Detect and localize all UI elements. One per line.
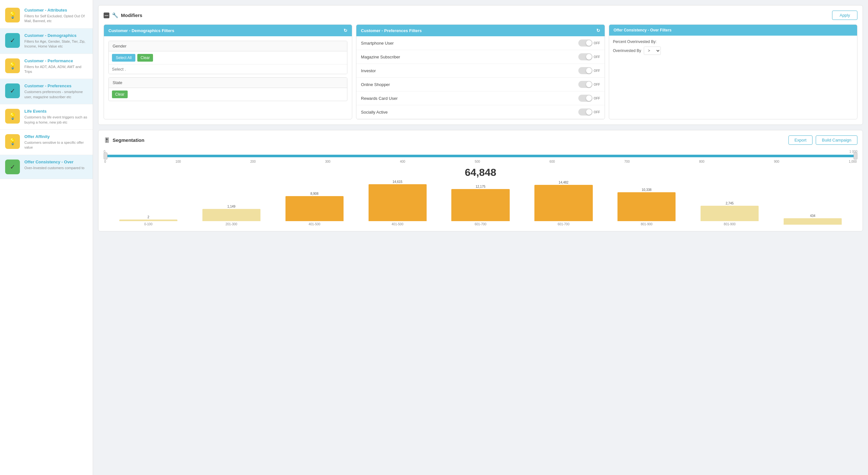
- bar-label-6: 801-900: [641, 222, 652, 226]
- sidebar-item-offer-affinity[interactable]: 💡 Offer Affinity Customers sensitive to …: [0, 130, 93, 155]
- bar-value-2: 8,908: [310, 192, 318, 196]
- bars-area: 2 0-100 1,149 201-300 8,908 401-500: [103, 181, 858, 226]
- bar-label-0: 0-100: [144, 222, 153, 226]
- toggle-track-socially-active[interactable]: [578, 109, 592, 116]
- sidebar-label-preferences: Customer - Preferences: [24, 84, 88, 88]
- preferences-refresh-icon[interactable]: ↻: [596, 28, 600, 33]
- sidebar-item-customer-demographics[interactable]: ✓ Customer - Demographics Filters for Ag…: [0, 29, 93, 54]
- bar-group-3: 14,615 401-500: [356, 180, 439, 226]
- overinvested-by-label: Overinvested By: [613, 49, 641, 53]
- sidebar-icon-offer-consistency: ✓: [5, 159, 20, 174]
- range-minmax-labels: 0 1 000: [103, 150, 858, 153]
- modifiers-header: — 🔧 Modifiers Apply: [103, 10, 858, 20]
- seg-title-text: Segmentation: [113, 137, 144, 143]
- sidebar-item-life-events[interactable]: 💡 Life Events Customers by life event tr…: [0, 104, 93, 130]
- toggle-track-magazine[interactable]: [578, 53, 592, 60]
- bar-rect-7: [701, 206, 758, 221]
- export-button[interactable]: Export: [788, 136, 813, 145]
- app-container: 💡 Customer - Attributes Filters for Self…: [0, 0, 868, 475]
- bar-label-1: 201-300: [225, 222, 237, 226]
- sidebar-desc-demographics: Filters for Age, Gender, State, Tier, Zi…: [24, 39, 88, 49]
- bar-value-0: 2: [148, 215, 150, 219]
- sidebar-text-performance: Customer - Performance Filters for ADT, …: [24, 58, 88, 75]
- seg-title: 🎚️ Segmentation: [103, 137, 144, 143]
- gender-select-input[interactable]: [109, 64, 347, 74]
- preferences-filter-panel: Customer - Preferences Filters ↻ Smartph…: [356, 24, 604, 119]
- toggle-thumb-investor: [586, 68, 592, 73]
- build-campaign-button[interactable]: Build Campaign: [816, 136, 858, 145]
- sidebar-desc-life-events: Customers by life event triggers such as…: [24, 115, 88, 125]
- toggle-switch-rewards[interactable]: OFF: [578, 95, 600, 102]
- toggle-track-investor[interactable]: [578, 67, 592, 74]
- sidebar-desc-offer-affinity: Customers sensitive to a specific offer …: [24, 140, 88, 150]
- bar-label-3: 401-500: [392, 222, 404, 226]
- toggle-track-online-shopper[interactable]: [578, 81, 592, 88]
- gender-filter-group: Gender Select All Clear: [108, 41, 347, 74]
- sidebar-item-customer-preferences[interactable]: ✓ Customer - Preferences Customers prefe…: [0, 79, 93, 104]
- bar-group-7: 2,745 801-900: [688, 202, 771, 226]
- sidebar-desc-offer-consistency: Over-Invested customers compared to: [24, 166, 84, 171]
- modifiers-title-text: Modifiers: [121, 12, 143, 18]
- sidebar-icon-offer-affinity: 💡: [5, 134, 20, 149]
- toggle-label-socially-active: Socially Active: [361, 110, 388, 115]
- bar-value-8: 434: [810, 214, 815, 217]
- gender-actions: Select All Clear: [109, 51, 347, 64]
- range-handle-right[interactable]: [854, 152, 858, 159]
- preferences-filter-title: Customer - Preferences Filters: [361, 28, 422, 33]
- sidebar-desc-attributes: Filters for Self Excluded, Opted Out Of …: [24, 14, 88, 24]
- offer-consistency-panel: Offer Consistency - Over Filters Percent…: [609, 24, 858, 119]
- offer-panel-body: Percent Overinvested By: Overinvested By…: [609, 36, 857, 61]
- sliders-icon: 🎚️: [103, 137, 110, 143]
- sidebar-icon-performance: 💡: [5, 58, 20, 73]
- toggle-row-investor: Investor OFF: [356, 64, 604, 78]
- state-clear-button[interactable]: Clear: [112, 90, 128, 98]
- state-actions: Clear: [109, 88, 347, 101]
- apply-button[interactable]: Apply: [832, 10, 858, 20]
- sidebar-text-offer-consistency: Offer Consistency - Over Over-Invested c…: [24, 159, 84, 171]
- toggle-switch-smartphone[interactable]: OFF: [578, 39, 600, 47]
- toggle-switch-magazine[interactable]: OFF: [578, 53, 600, 60]
- demographics-refresh-icon[interactable]: ↻: [344, 28, 347, 33]
- bar-rect-8: [784, 218, 842, 225]
- toggle-label-smartphone: Smartphone User: [361, 41, 394, 46]
- toggle-label-magazine: Magazine Subscriber: [361, 55, 400, 59]
- state-label: State: [109, 78, 347, 88]
- demographics-filter-panel: Customer - Demographics Filters ↻ Gender…: [103, 24, 352, 119]
- bar-group-1: 1,149 201-300: [190, 205, 273, 226]
- sidebar-icon-demographics: ✓: [5, 33, 20, 48]
- overinvested-by-row: Overinvested By > < = >= <=: [613, 47, 853, 55]
- bar-rect-4: [451, 189, 509, 221]
- demographics-filter-body: Gender Select All Clear State Clear: [104, 36, 352, 109]
- percent-overinvested-row: Percent Overinvested By:: [613, 39, 853, 44]
- gender-select-all-button[interactable]: Select All: [112, 54, 135, 62]
- sidebar-item-customer-performance[interactable]: 💡 Customer - Performance Filters for ADT…: [0, 54, 93, 79]
- bar-group-8: 434: [771, 214, 854, 226]
- toggle-text-rewards: OFF: [594, 97, 600, 100]
- toggle-track-rewards[interactable]: [578, 95, 592, 102]
- range-track[interactable]: [103, 155, 858, 157]
- toggle-thumb-magazine: [586, 54, 592, 60]
- toggle-track-smartphone[interactable]: [578, 39, 592, 47]
- main-content: — 🔧 Modifiers Apply Customer - Demograph…: [93, 0, 868, 475]
- toggle-switch-socially-active[interactable]: OFF: [578, 109, 600, 116]
- toggle-label-investor: Investor: [361, 68, 376, 73]
- toggle-switch-online-shopper[interactable]: OFF: [578, 81, 600, 88]
- bar-rect-0: [119, 219, 177, 221]
- sidebar-item-offer-consistency[interactable]: ✓ Offer Consistency - Over Over-Invested…: [0, 155, 93, 179]
- toggle-text-socially-active: OFF: [594, 110, 600, 114]
- toggle-switch-investor[interactable]: OFF: [578, 67, 600, 74]
- toggle-label-rewards: Rewards Card User: [361, 96, 397, 101]
- gender-clear-button[interactable]: Clear: [137, 54, 153, 62]
- bar-group-4: 12,175 601-700: [439, 185, 522, 226]
- offer-consistency-header: Offer Consistency - Over Filters: [609, 25, 857, 36]
- overinvested-operator-select[interactable]: > < = >= <=: [644, 47, 661, 55]
- toggle-text-magazine: OFF: [594, 55, 600, 59]
- sidebar-item-customer-attributes[interactable]: 💡 Customer - Attributes Filters for Self…: [0, 3, 93, 29]
- bar-value-5: 14,482: [559, 181, 569, 184]
- toggle-row-online-shopper: Online Shopper OFF: [356, 78, 604, 91]
- sidebar-icon-preferences: ✓: [5, 84, 20, 98]
- toggle-thumb-smartphone: [586, 40, 592, 46]
- range-handle-left[interactable]: [103, 152, 107, 159]
- sidebar-text-life-events: Life Events Customers by life event trig…: [24, 109, 88, 125]
- chart-total: 64,848: [103, 167, 858, 178]
